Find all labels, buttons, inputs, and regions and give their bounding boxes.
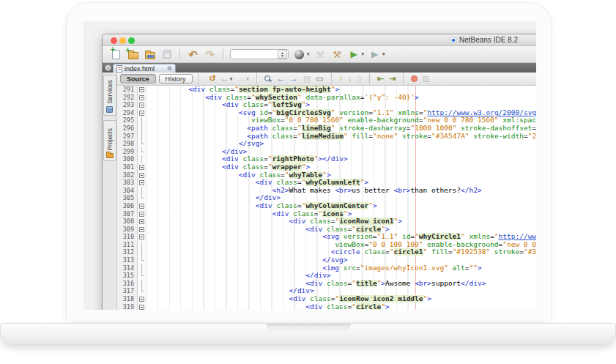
fold-collapse-icon[interactable] [139,103,144,108]
history-view-button[interactable]: History [159,74,193,83]
run-project-button[interactable]: ▾ [348,48,365,61]
code-line-293: 293<div class="leftSvg"> [117,101,536,109]
fold-collapse-icon[interactable] [139,180,144,185]
document-list-button[interactable] [105,64,111,71]
fold-margin[interactable] [138,94,146,102]
new-file-icon[interactable] [110,48,122,61]
code-line-299: 299</div> [117,148,536,156]
fold-collapse-icon[interactable] [139,173,144,178]
fold-margin[interactable] [138,303,146,310]
stop-macro-recording-icon[interactable] [423,76,428,82]
fold-collapse-icon[interactable] [139,227,144,232]
fold-margin[interactable] [138,226,146,234]
fold-collapse-icon[interactable] [139,234,144,239]
code-text: <svg id="bigCirclesSvg" version="1.1" xm… [146,109,536,117]
code-editor[interactable]: 291<div class="section fp-auto-height">2… [117,86,536,310]
fold-collapse-icon[interactable] [139,165,144,170]
fold-margin[interactable] [138,202,146,210]
save-all-icon[interactable] [160,48,173,61]
save-all-button[interactable] [160,48,173,61]
find-selection-icon[interactable] [264,75,272,83]
line-number: 305 [117,194,138,202]
fold-margin[interactable] [138,86,146,94]
build-project-icon[interactable] [314,48,327,61]
minimize-window-button[interactable] [119,37,126,44]
open-project-icon[interactable] [144,48,156,61]
new-file-button[interactable] [110,48,122,61]
fold-collapse-icon[interactable] [139,87,144,92]
fold-collapse-icon[interactable] [139,219,144,224]
start-macro-recording-icon[interactable] [411,75,418,82]
window-titlebar[interactable]: NetBeans IDE 8.2 [103,34,536,46]
redo-button[interactable] [204,48,216,61]
fold-margin[interactable] [138,295,146,303]
next-bookmark-icon[interactable] [348,75,352,83]
forward-icon[interactable]: ▾ [237,75,249,83]
back-icon[interactable]: ▾ [221,75,233,83]
shift-line-right-icon[interactable] [389,75,396,83]
line-number: 295 [117,116,138,125]
browser-select-button[interactable]: ▾ [293,48,310,61]
document-tabstrip: index.html ⊗ [103,63,536,73]
debug-project-icon[interactable] [368,48,381,61]
browser-select-icon[interactable] [293,48,305,61]
source-view-button[interactable]: Source [120,74,156,83]
fold-collapse-icon[interactable] [139,297,144,302]
dock-tab-label: Services [106,80,114,104]
fold-collapse-icon[interactable] [139,111,144,116]
zoom-window-button[interactable] [128,37,135,44]
fold-margin[interactable] [138,163,146,171]
build-project-button[interactable] [314,48,327,61]
find-previous-occurrence-icon[interactable] [277,75,285,83]
dock-tab-projects[interactable]: Projects [103,120,116,161]
clean-build-project-button[interactable] [331,48,344,61]
fold-collapse-icon[interactable] [139,305,144,310]
fold-collapse-icon[interactable] [139,95,144,100]
dock-tab-services[interactable]: Services [103,75,116,116]
chevron-down-icon[interactable]: ▾ [382,51,385,57]
toggle-bookmark-icon[interactable] [357,75,362,83]
close-window-button[interactable] [111,37,117,44]
fold-margin[interactable] [138,171,146,179]
fold-margin [138,187,146,195]
fold-margin[interactable] [138,233,146,241]
fold-collapse-icon[interactable] [139,204,144,209]
code-line-313: 313</svg> [117,256,536,264]
line-number: 309 [117,226,138,234]
line-number: 319 [117,303,138,310]
previous-bookmark-icon[interactable] [339,75,344,83]
line-number: 300 [117,155,138,163]
toolbar-separator [331,73,332,84]
configuration-combobox[interactable]: ▲▼ [230,49,289,59]
fold-margin[interactable] [138,210,146,218]
fold-margin[interactable] [138,101,146,109]
chevron-down-icon[interactable]: ▾ [362,51,365,57]
combobox-stepper-icon[interactable]: ▲▼ [278,50,287,59]
shift-line-left-icon[interactable] [377,75,384,83]
new-project-button[interactable] [127,48,139,61]
redo-icon[interactable] [204,48,216,61]
toggle-highlight-search-icon[interactable] [303,75,311,83]
run-project-icon[interactable] [348,48,360,61]
undo-button[interactable] [187,48,199,61]
code-line-310: 310<svg version="1.1" id="whyCircle1" xm… [117,233,536,241]
chevron-down-icon[interactable]: ▾ [230,76,233,81]
fold-margin[interactable] [138,109,146,117]
clean-build-project-icon[interactable] [331,48,344,61]
debug-project-button[interactable]: ▾ [368,48,385,61]
close-icon[interactable]: ⊗ [166,65,172,72]
fold-collapse-icon[interactable] [139,212,144,217]
code-text: <div class="whyColumnCenter"> [146,202,536,210]
rectangular-selection-icon[interactable] [316,75,323,83]
open-project-button[interactable] [144,48,156,61]
find-next-occurrence-icon[interactable] [290,75,298,83]
undo-icon[interactable] [187,48,199,61]
new-project-icon[interactable] [127,48,139,61]
tab-index-html[interactable]: index.html ⊗ [113,64,176,73]
code-line-311: 311viewBox="0 0 100 100" enable-backgrou… [117,241,536,249]
fold-margin[interactable] [138,218,146,226]
fold-margin[interactable] [138,179,146,187]
chevron-down-icon[interactable]: ▾ [246,76,249,81]
last-edit-location-icon[interactable] [209,75,216,83]
chevron-down-icon[interactable]: ▾ [307,51,310,57]
